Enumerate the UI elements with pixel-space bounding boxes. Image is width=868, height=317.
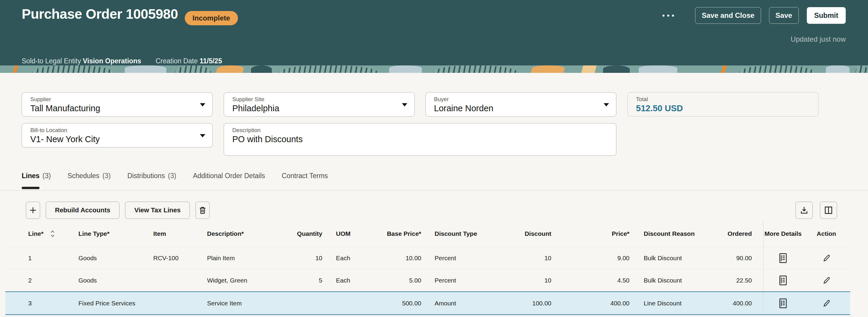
- download-icon: [799, 205, 809, 215]
- lines-toolbar: Rebuild Accounts View Tax Lines: [26, 202, 210, 219]
- pencil-icon: [822, 276, 831, 285]
- cell-description: Plain Item: [206, 247, 286, 269]
- caret-down-icon[interactable]: [603, 103, 609, 107]
- table-row[interactable]: 2 Goods Widget, Green 5 Each 5.00 Percen…: [5, 269, 850, 291]
- col-header-discount[interactable]: Discount: [519, 221, 556, 247]
- cell-base-price: 5.00: [378, 269, 426, 291]
- cell-item: [151, 292, 206, 314]
- col-header-line[interactable]: Line*: [5, 221, 76, 247]
- total-value[interactable]: 512.50 USD: [636, 104, 800, 113]
- cell-price: 9.00: [556, 247, 633, 269]
- bill-to-location-value: V1- New York City: [30, 135, 194, 144]
- export-button[interactable]: [796, 202, 813, 219]
- header-actions: Save and Close Save Submit: [662, 7, 846, 24]
- col-header-line-type[interactable]: Line Type*: [76, 221, 151, 247]
- tab-distributions[interactable]: Distributions (3): [127, 169, 177, 180]
- cell-line-type: Goods: [76, 269, 151, 291]
- edit-line-button[interactable]: [820, 275, 832, 286]
- cell-base-price: 500.00: [378, 292, 426, 314]
- cell-ordered: 400.00: [724, 292, 758, 314]
- col-header-ordered[interactable]: Ordered: [724, 221, 758, 247]
- submit-button[interactable]: Submit: [807, 7, 846, 24]
- cell-base-price: 10.00: [378, 247, 426, 269]
- col-header-item[interactable]: Item: [151, 221, 206, 247]
- col-header-description[interactable]: Description*: [206, 221, 286, 247]
- tab-schedules-label: Schedules: [67, 172, 99, 180]
- order-tabs: Lines (3) Schedules (3) Distributions (3…: [0, 169, 868, 191]
- cell-description: Service Item: [206, 292, 286, 314]
- cell-quantity: [286, 292, 326, 314]
- add-line-button[interactable]: [26, 202, 40, 219]
- cell-price: 400.00: [556, 292, 633, 314]
- lines-table-header: Line* Line Type* Item Description* Quant…: [5, 221, 850, 247]
- col-header-action: Action: [803, 221, 850, 247]
- cell-uom: [326, 292, 378, 314]
- manage-columns-button[interactable]: [820, 202, 837, 219]
- col-header-discount-reason[interactable]: Discount Reason: [633, 221, 724, 247]
- bill-to-location-field[interactable]: Bill-to Location V1- New York City: [22, 123, 213, 147]
- creation-date-label: Creation Date: [156, 57, 198, 65]
- cell-discount: 10: [519, 269, 556, 291]
- sort-icon[interactable]: [50, 230, 55, 238]
- caret-down-icon[interactable]: [200, 103, 205, 107]
- col-header-price[interactable]: Price*: [556, 221, 633, 247]
- supplier-site-label: Supplier Site: [232, 96, 397, 103]
- tab-additional-order-details[interactable]: Additional Order Details: [193, 169, 265, 180]
- col-header-base-price[interactable]: Base Price*: [378, 221, 426, 247]
- cell-line-type: Goods: [76, 247, 151, 269]
- cell-line: 2: [5, 269, 76, 291]
- cell-uom: Each: [326, 269, 378, 291]
- more-details-icon: [779, 298, 787, 309]
- col-header-uom[interactable]: UOM: [326, 221, 378, 247]
- description-field[interactable]: Description PO with Discounts: [224, 123, 616, 156]
- supplier-site-field[interactable]: Supplier Site Philadelphia: [224, 92, 415, 117]
- edit-line-button[interactable]: [820, 297, 832, 309]
- plus-icon: [28, 205, 38, 215]
- cell-price: 4.50: [556, 269, 633, 291]
- more-details-button[interactable]: [777, 274, 789, 287]
- more-details-button[interactable]: [777, 252, 789, 265]
- buyer-field[interactable]: Buyer Loraine Norden: [425, 92, 616, 117]
- more-details-icon: [779, 253, 787, 263]
- tab-lines-label: Lines: [22, 172, 39, 180]
- cell-description: Widget, Green: [206, 269, 286, 291]
- save-and-close-button[interactable]: Save and Close: [695, 7, 761, 24]
- tab-lines[interactable]: Lines (3): [22, 169, 51, 180]
- more-details-button[interactable]: [777, 297, 789, 310]
- delete-line-button[interactable]: [195, 202, 210, 219]
- tab-schedules[interactable]: Schedules (3): [67, 169, 111, 180]
- col-header-discount-type[interactable]: Discount Type: [426, 221, 519, 247]
- bill-to-location-label: Bill-to Location: [30, 127, 194, 134]
- view-tax-lines-button[interactable]: View Tax Lines: [125, 202, 190, 219]
- edit-line-button[interactable]: [820, 252, 832, 264]
- page-title: Purchase Order 1005980: [22, 6, 178, 22]
- cell-item: [151, 269, 206, 291]
- caret-down-icon[interactable]: [402, 103, 407, 107]
- order-subheader: Sold-to Legal Entity Vision Operations C…: [22, 57, 222, 65]
- supplier-value: Tall Manufacturing: [30, 104, 194, 113]
- supplier-label: Supplier: [30, 96, 194, 103]
- tab-contract-terms-label: Contract Terms: [282, 172, 328, 180]
- trash-icon: [198, 205, 207, 215]
- caret-down-icon[interactable]: [200, 134, 205, 137]
- col-header-quantity[interactable]: Quantity: [286, 221, 326, 247]
- pencil-icon: [822, 253, 831, 263]
- tab-additional-order-details-label: Additional Order Details: [193, 172, 265, 180]
- description-value: PO with Discounts: [232, 135, 598, 144]
- rebuild-accounts-button[interactable]: Rebuild Accounts: [46, 202, 119, 219]
- table-row-selected[interactable]: 3 Fixed Price Services Service Item 500.…: [5, 291, 850, 315]
- cell-line-type: Fixed Price Services: [76, 292, 151, 314]
- cell-discount-type: Percent: [426, 269, 519, 291]
- purchase-order-page: Purchase Order 1005980 Incomplete Save a…: [0, 0, 868, 317]
- cell-line: 3: [5, 292, 76, 314]
- table-row[interactable]: 1 Goods RCV-100 Plain Item 10 Each 10.00…: [5, 247, 850, 269]
- cell-discount-reason: Line Discount: [633, 292, 724, 314]
- cell-ordered: 90.00: [724, 247, 758, 269]
- save-button[interactable]: Save: [769, 7, 799, 24]
- status-badge: Incomplete: [185, 11, 238, 25]
- supplier-field[interactable]: Supplier Tall Manufacturing: [22, 92, 213, 117]
- sold-to-value: Vision Operations: [83, 57, 141, 65]
- description-label: Description: [232, 127, 598, 134]
- more-actions-icon[interactable]: [662, 7, 674, 24]
- tab-contract-terms[interactable]: Contract Terms: [282, 169, 328, 180]
